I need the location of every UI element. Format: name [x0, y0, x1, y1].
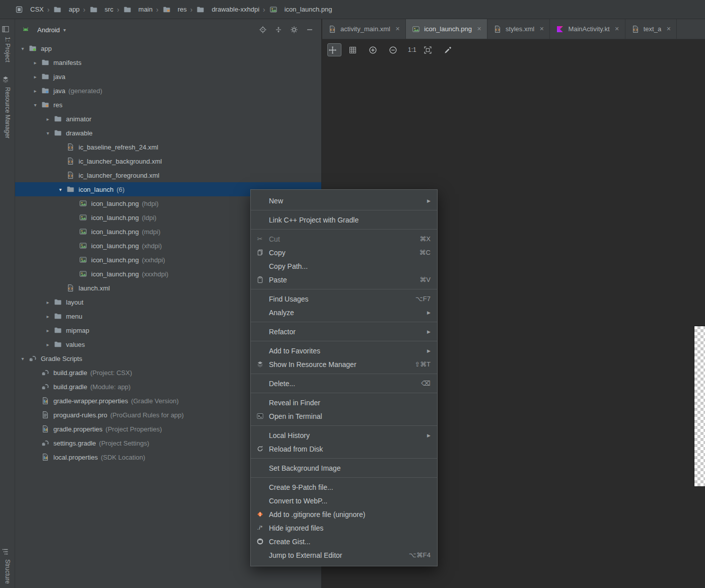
tree-item-label: icon_launch.png [91, 270, 139, 278]
tree-item[interactable]: ic_baseline_refresh_24.xml [15, 140, 321, 154]
tree-item[interactable]: ▾res [15, 98, 321, 112]
menu-item-icon-slot [255, 431, 264, 439]
collapse-all-button[interactable] [274, 24, 286, 36]
menu-item[interactable]: Delete...⌫ [251, 377, 437, 390]
menu-item[interactable]: Reload from Disk [251, 442, 437, 456]
chevron-right-icon[interactable]: ▸ [30, 88, 41, 94]
chevron-right-icon[interactable]: ▸ [42, 116, 53, 122]
fit-to-window-button[interactable] [422, 43, 437, 56]
breadcrumb-item[interactable]: drawable-xxhdpi [194, 6, 261, 14]
breadcrumb-item[interactable]: res [161, 6, 188, 14]
props-file-icon [41, 425, 50, 433]
locate-file-button[interactable] [258, 24, 270, 36]
menu-item[interactable]: Local History▶ [251, 428, 437, 442]
project-view-selector[interactable]: Android [37, 26, 60, 34]
tree-item[interactable]: ic_launcher_foreground.xml [15, 168, 321, 182]
grid-toggle-button[interactable] [347, 43, 362, 56]
editor-tab[interactable]: icon_launch.png✕ [406, 19, 487, 39]
submenu-arrow-icon: ▶ [427, 198, 431, 203]
chevron-down-icon: ▾ [63, 27, 66, 33]
chevron-right-icon[interactable]: ▸ [42, 342, 53, 347]
breadcrumb-item[interactable]: CSX [13, 6, 45, 14]
xml-file-icon [631, 25, 640, 33]
close-icon[interactable]: ✕ [477, 26, 481, 32]
tree-item-label: proguard-rules.pro [53, 411, 107, 419]
tool-window-button-resource-manager[interactable]: Resource Manager [1, 76, 14, 138]
menu-item[interactable]: Add to Favorites▶ [251, 344, 437, 357]
tool-window-button-structure[interactable]: Structure [1, 548, 14, 584]
menu-group: Reveal in FinderOpen in Terminal [251, 393, 437, 425]
tree-item[interactable]: ▸manifests [15, 55, 321, 69]
menu-item[interactable]: Create 9-Patch file... [251, 480, 437, 494]
menu-item[interactable]: Add to .gitignore file (unignore) [251, 507, 437, 521]
breadcrumb-item[interactable]: main [121, 6, 154, 14]
tree-item[interactable]: ▾drawable [15, 126, 321, 140]
menu-item[interactable]: Show In Resource Manager⇧⌘T [251, 357, 437, 371]
chevron-right-icon[interactable]: ▸ [30, 60, 41, 65]
chevron-down-icon[interactable]: ▾ [17, 356, 28, 361]
editor-tab[interactable]: styles.xml✕ [487, 19, 550, 39]
tree-item-label: build.gradle [53, 369, 87, 377]
chevron-down-icon[interactable]: ▾ [42, 130, 53, 136]
chevron-down-icon[interactable]: ▾ [55, 187, 66, 192]
editor-tab[interactable]: MainActivity.kt✕ [550, 19, 625, 39]
settings-button[interactable] [290, 24, 302, 36]
app-folder-icon [28, 44, 37, 52]
zoom-in-button[interactable] [368, 43, 382, 56]
menu-item[interactable]: Jump to External Editor⌥⌘F4 [251, 548, 437, 562]
chevron-right-icon[interactable]: ▸ [42, 300, 53, 305]
menu-item-label: Add to .gitignore file (unignore) [269, 510, 431, 519]
tree-item[interactable]: ▸animator [15, 112, 321, 126]
editor-tab[interactable]: activity_main.xml✕ [322, 19, 406, 39]
menu-item[interactable]: Create Gist... [251, 535, 437, 548]
menu-item[interactable]: Set Background Image [251, 461, 437, 475]
menu-item[interactable]: Paste⌘V [251, 273, 437, 286]
editor-tab[interactable]: text_a✕ [625, 19, 677, 39]
menu-item-label: Reveal in Finder [269, 399, 431, 407]
menu-item[interactable]: New▶ [251, 194, 437, 207]
close-icon[interactable]: ✕ [615, 26, 619, 32]
tree-item[interactable]: ▸java(generated) [15, 84, 321, 98]
color-picker-button[interactable] [443, 43, 457, 56]
breadcrumb-item[interactable]: app [51, 6, 81, 14]
chevron-right-icon[interactable]: ▸ [42, 314, 53, 319]
menu-item[interactable]: Copy⌘C [251, 246, 437, 259]
tree-item-label: icon_launch.png [91, 256, 139, 264]
chevron-right-icon[interactable]: ▸ [42, 328, 53, 333]
pan-tool-button[interactable] [327, 43, 341, 56]
hide-panel-button[interactable] [305, 24, 317, 36]
menu-item[interactable]: Reveal in Finder [251, 396, 437, 409]
tree-item[interactable]: ▸java [15, 69, 321, 84]
chevron-down-icon[interactable]: ▾ [17, 46, 28, 51]
xml-file-icon [328, 25, 337, 33]
menu-item[interactable]: Link C++ Project with Gradle [251, 213, 437, 227]
editor-tab-label: styles.xml [506, 25, 534, 33]
menu-item[interactable]: Find Usages⌥F7 [251, 292, 437, 306]
tree-item[interactable]: ic_launcher_background.xml [15, 154, 321, 168]
menu-item-label: Convert to WebP... [269, 497, 431, 505]
tree-item[interactable]: ▾app [15, 41, 321, 55]
menu-item-icon-slot [255, 262, 264, 270]
menu-item[interactable]: Open in Terminal [251, 409, 437, 423]
breadcrumb-item-label: main [138, 6, 153, 13]
chevron-down-icon[interactable]: ▾ [30, 102, 41, 108]
breadcrumb-item[interactable]: src [88, 6, 115, 14]
menu-item[interactable]: Analyze▶ [251, 306, 437, 319]
tool-window-button-project[interactable]: 1: Project [1, 25, 14, 62]
folder-icon [196, 6, 205, 14]
collapse-all-icon [274, 26, 283, 34]
terminal-icon [255, 412, 264, 420]
menu-item[interactable]: .i*Hide ignored files [251, 521, 437, 535]
menu-item-icon-slot [255, 309, 264, 317]
close-icon[interactable]: ✕ [539, 26, 544, 32]
close-icon[interactable]: ✕ [395, 26, 400, 32]
breadcrumb-item[interactable]: icon_launch.png [267, 6, 334, 14]
close-icon[interactable]: ✕ [666, 26, 671, 32]
editor-tab-bar: activity_main.xml✕icon_launch.png✕styles… [322, 19, 705, 39]
zoom-out-button[interactable] [388, 43, 402, 56]
menu-item[interactable]: Copy Path... [251, 259, 437, 273]
menu-item[interactable]: Refactor▶ [251, 325, 437, 338]
zoom-actual-size-button[interactable]: 1:1 [408, 46, 416, 53]
chevron-right-icon[interactable]: ▸ [30, 74, 41, 80]
menu-item[interactable]: Convert to WebP... [251, 494, 437, 507]
